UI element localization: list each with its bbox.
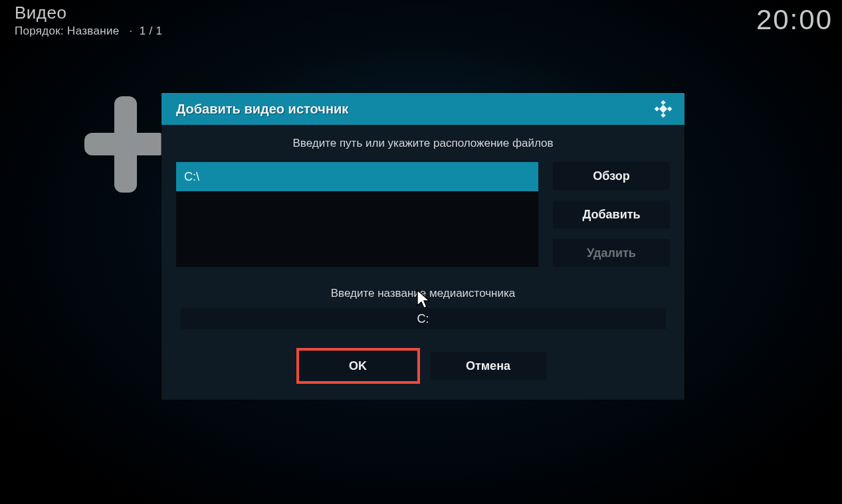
svg-rect-6 [659,105,667,113]
dialog-title: Добавить видео источник [176,102,348,117]
paths-list[interactable]: C:\ [176,162,538,267]
name-prompt-label: Введите название медиаисточника [176,287,670,300]
source-name-value: C: [417,312,429,326]
svg-rect-1 [84,133,167,155]
kodi-logo-icon [654,100,673,118]
dialog-action-row: OK Отмена [176,352,670,380]
ok-button[interactable]: OK [300,352,416,380]
dialog-body: Введите путь или укажите расположение фа… [161,125,684,400]
svg-rect-2 [661,100,665,105]
order-value: Название [67,25,119,37]
dialog-titlebar: Добавить видео источник [161,93,684,125]
order-prefix: Порядок: [15,25,67,37]
page-subtitle: Порядок: Название · 1 / 1 [15,25,162,38]
add-source-tile[interactable] [84,96,167,193]
add-video-source-dialog: Добавить видео источник Введите путь или… [161,93,684,400]
source-name-input[interactable]: C: [181,308,666,329]
clock: 20:00 [756,4,833,36]
add-path-button[interactable]: Добавить [553,201,670,228]
svg-rect-3 [661,113,665,118]
separator-dot: · [130,25,133,37]
svg-rect-4 [655,106,659,111]
page-indicator: 1 / 1 [140,25,163,37]
path-item[interactable]: C:\ [176,162,538,191]
path-prompt-label: Введите путь или укажите расположение фа… [176,137,670,150]
side-buttons: Обзор Добавить Удалить [553,162,670,267]
browse-button[interactable]: Обзор [553,162,670,190]
remove-path-button: Удалить [553,239,670,267]
page-header: Видео Порядок: Название · 1 / 1 [15,3,162,38]
cancel-button[interactable]: Отмена [431,352,546,380]
svg-rect-5 [667,106,672,111]
paths-row: C:\ Обзор Добавить Удалить [176,162,670,267]
page-title: Видео [15,3,162,23]
